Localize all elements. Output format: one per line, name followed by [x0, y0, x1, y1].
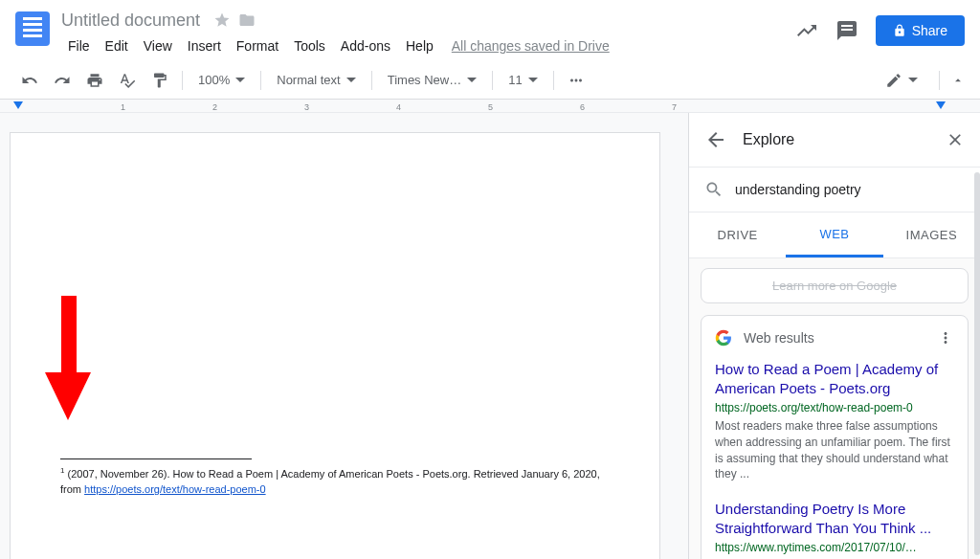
font-select[interactable]: Times New… — [380, 69, 485, 91]
toolbar: 100% Normal text Times New… 11 — [0, 61, 980, 100]
web-results-card: Web results How to Read a Poem | Academy… — [701, 315, 969, 559]
footnote-text[interactable]: 1 (2007, November 26). How to Read a Poe… — [60, 465, 610, 498]
scrollbar[interactable] — [974, 172, 980, 555]
more-tools-button[interactable] — [562, 66, 590, 95]
learn-more-card[interactable]: Learn more on Google — [701, 268, 969, 303]
result-title[interactable]: Understanding Poetry Is More Straightfor… — [715, 500, 954, 537]
more-options-icon[interactable] — [937, 329, 954, 347]
result-url: https://www.nytimes.com/2017/07/10/… — [715, 541, 954, 554]
left-indent-marker[interactable] — [13, 101, 23, 109]
explore-panel: Explore DRIVE WEB IMAGES Learn more on G… — [688, 113, 980, 559]
back-arrow-icon[interactable] — [704, 128, 727, 151]
svg-rect-0 — [61, 296, 77, 377]
tab-drive[interactable]: DRIVE — [689, 212, 786, 257]
close-icon[interactable] — [946, 130, 965, 149]
document-canvas[interactable]: 1 (2007, November 26). How to Read a Poe… — [0, 113, 688, 559]
result-desc: Most readers make three false assumption… — [715, 418, 954, 482]
footnote-separator — [60, 458, 252, 459]
activity-icon[interactable] — [795, 19, 818, 42]
annotation-arrow — [45, 296, 91, 424]
star-icon[interactable] — [213, 11, 231, 29]
result-title[interactable]: How to Read a Poem | Academy of American… — [715, 360, 954, 397]
lock-icon — [893, 24, 906, 37]
share-label: Share — [912, 23, 947, 38]
result-item[interactable]: Understanding Poetry Is More Straightfor… — [715, 500, 954, 559]
explore-tabs: DRIVE WEB IMAGES — [689, 212, 980, 258]
menu-bar: File Edit View Insert Format Tools Add-o… — [61, 34, 795, 57]
tab-images[interactable]: IMAGES — [883, 212, 980, 257]
undo-button[interactable] — [15, 66, 44, 95]
menu-help[interactable]: Help — [399, 34, 440, 57]
save-status[interactable]: All changes saved in Drive — [452, 34, 610, 57]
results-label: Web results — [744, 330, 937, 346]
style-select[interactable]: Normal text — [269, 69, 363, 91]
search-icon — [704, 180, 724, 199]
footnote-link[interactable]: https://poets.org/text/how-read-poem-0 — [84, 483, 266, 495]
menu-edit[interactable]: Edit — [99, 34, 135, 57]
comments-icon[interactable] — [835, 19, 858, 42]
editing-mode-button[interactable] — [876, 66, 927, 95]
menu-view[interactable]: View — [137, 34, 179, 57]
print-button[interactable] — [80, 66, 109, 95]
explore-search-input[interactable] — [735, 182, 965, 197]
page[interactable]: 1 (2007, November 26). How to Read a Poe… — [10, 132, 660, 559]
redo-button[interactable] — [48, 66, 77, 95]
zoom-select[interactable]: 100% — [190, 69, 253, 91]
ruler[interactable]: 1 2 3 4 5 6 7 — [0, 100, 980, 113]
format-paint-button[interactable] — [145, 66, 174, 95]
menu-tools[interactable]: Tools — [287, 34, 332, 57]
menu-file[interactable]: File — [61, 34, 97, 57]
result-item[interactable]: How to Read a Poem | Academy of American… — [715, 360, 954, 482]
share-button[interactable]: Share — [876, 15, 965, 46]
spellcheck-button[interactable] — [113, 66, 142, 95]
collapse-toolbar-icon[interactable] — [951, 74, 965, 87]
menu-insert[interactable]: Insert — [181, 34, 228, 57]
docs-logo[interactable] — [15, 11, 50, 46]
right-indent-marker[interactable] — [936, 101, 946, 109]
menu-addons[interactable]: Add-ons — [334, 34, 397, 57]
menu-format[interactable]: Format — [230, 34, 285, 57]
doc-title[interactable]: Untitled document — [61, 11, 200, 31]
tab-web[interactable]: WEB — [786, 212, 882, 257]
font-size-select[interactable]: 11 — [501, 69, 545, 91]
move-folder-icon[interactable] — [238, 11, 256, 29]
google-logo-icon — [715, 329, 732, 347]
explore-title: Explore — [743, 131, 946, 148]
result-url: https://poets.org/text/how-read-poem-0 — [715, 401, 954, 414]
